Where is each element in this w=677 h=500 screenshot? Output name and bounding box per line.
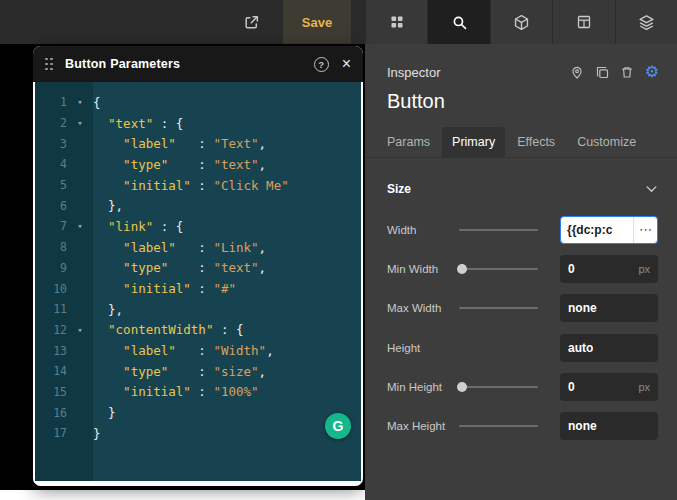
open-external-button[interactable] bbox=[233, 0, 269, 44]
property-row: Height auto bbox=[365, 328, 677, 367]
slider-track bbox=[459, 386, 538, 388]
cube-icon bbox=[513, 14, 530, 31]
code-text: "label" : "Text", bbox=[93, 136, 266, 151]
canvas-backdrop: Button Parameters ? × 1 ▾ { 2 ▾ "text" :… bbox=[0, 44, 365, 490]
editor-line: 1 ▾ { bbox=[35, 92, 361, 113]
close-icon[interactable]: × bbox=[342, 56, 351, 72]
grid-view-button[interactable] bbox=[365, 0, 427, 44]
line-number: 13 bbox=[35, 344, 67, 358]
line-number: 6 bbox=[35, 199, 67, 213]
tab-primary[interactable]: Primary bbox=[442, 127, 505, 157]
code-lines: 1 ▾ { 2 ▾ "text" : { 3 ▾ "label" : "Text… bbox=[35, 82, 361, 444]
layers-icon bbox=[638, 14, 655, 31]
components-button[interactable] bbox=[490, 0, 552, 44]
layout-button[interactable] bbox=[552, 0, 614, 44]
code-text: { bbox=[93, 95, 101, 110]
code-text: "initial" : "Click Me" bbox=[93, 178, 289, 193]
code-text: "initial" : "#" bbox=[93, 281, 236, 296]
tab-bar: ParamsPrimaryEffectsCustomize bbox=[365, 127, 677, 158]
line-number: 11 bbox=[35, 302, 67, 316]
chevron-down-icon[interactable] bbox=[646, 186, 657, 193]
open-external-icon bbox=[243, 14, 260, 31]
editor-line: 16 ▾ } bbox=[35, 402, 361, 423]
property-input[interactable]: 0 px bbox=[560, 373, 658, 401]
inspector-label: Inspector bbox=[387, 65, 440, 80]
editor-line: 11 ▾ }, bbox=[35, 299, 361, 320]
fold-arrow-icon[interactable]: ▾ bbox=[67, 118, 93, 128]
inspector-actions: ⚙ bbox=[570, 64, 659, 80]
fold-arrow-icon[interactable]: ▾ bbox=[67, 221, 93, 231]
app-window: Save bbox=[0, 0, 677, 500]
line-number: 7 bbox=[35, 219, 67, 233]
editor-line: 13 ▾ "label" : "Width", bbox=[35, 340, 361, 361]
property-label: Height bbox=[387, 342, 459, 354]
property-input[interactable]: 0 px bbox=[560, 255, 658, 283]
inspector-header: Inspector bbox=[365, 44, 677, 80]
save-button[interactable]: Save bbox=[283, 0, 351, 44]
property-value: {{dc:p:c bbox=[567, 223, 612, 237]
line-number: 14 bbox=[35, 364, 67, 378]
tab-customize[interactable]: Customize bbox=[567, 127, 646, 157]
code-text: "type" : "text", bbox=[93, 260, 266, 275]
save-button-label: Save bbox=[302, 15, 332, 30]
slider[interactable] bbox=[459, 302, 538, 314]
property-label: Max Height bbox=[387, 420, 459, 432]
tab-params[interactable]: Params bbox=[377, 127, 440, 157]
inspector-panel: Inspector bbox=[365, 44, 677, 500]
layers-button[interactable] bbox=[615, 0, 677, 44]
editor-line: 12 ▾ "contentWidth" : { bbox=[35, 320, 361, 341]
tab-effects[interactable]: Effects bbox=[507, 127, 565, 157]
line-number: 4 bbox=[35, 157, 67, 171]
property-input[interactable]: auto bbox=[560, 334, 658, 362]
editor-line: 4 ▾ "type" : "text", bbox=[35, 154, 361, 175]
slider[interactable] bbox=[459, 381, 538, 393]
slider-track bbox=[459, 229, 538, 231]
search-button[interactable] bbox=[427, 0, 489, 44]
property-input[interactable]: none bbox=[560, 412, 658, 440]
slider[interactable] bbox=[459, 420, 538, 432]
editor-line: 7 ▾ "link" : { bbox=[35, 216, 361, 237]
top-toolbar: Save bbox=[0, 0, 677, 44]
slider[interactable] bbox=[459, 224, 538, 236]
line-number: 12 bbox=[35, 323, 67, 337]
layout-columns-icon bbox=[576, 14, 592, 30]
code-text: "label" : "Link", bbox=[93, 240, 266, 255]
search-icon bbox=[451, 14, 468, 31]
slider-handle[interactable] bbox=[457, 382, 467, 392]
trash-icon[interactable] bbox=[620, 65, 634, 79]
property-row: Min Width 0 px bbox=[365, 249, 677, 288]
code-text: "text" : { bbox=[93, 116, 183, 131]
duplicate-icon[interactable] bbox=[595, 65, 609, 79]
size-section-header[interactable]: Size bbox=[387, 182, 657, 196]
gear-icon[interactable]: ⚙ bbox=[645, 64, 659, 80]
fold-arrow-icon[interactable]: ▾ bbox=[67, 325, 93, 335]
code-text: "type" : "size", bbox=[93, 364, 266, 379]
line-number: 10 bbox=[35, 282, 67, 296]
editor-line: 6 ▾ }, bbox=[35, 195, 361, 216]
code-text: "contentWidth" : { bbox=[93, 322, 244, 337]
slider-handle[interactable] bbox=[457, 264, 467, 274]
property-input[interactable]: none bbox=[560, 294, 658, 322]
help-icon[interactable]: ? bbox=[314, 57, 329, 72]
grammarly-badge[interactable]: G bbox=[325, 413, 351, 439]
property-row: Max Height none bbox=[365, 406, 677, 445]
fold-arrow-icon[interactable]: ▾ bbox=[67, 97, 93, 107]
property-label: Min Height bbox=[387, 381, 459, 393]
drag-handle-icon[interactable] bbox=[45, 58, 53, 71]
slider-track bbox=[459, 425, 538, 427]
property-label: Min Width bbox=[387, 263, 459, 275]
line-number: 17 bbox=[35, 426, 67, 440]
editor-line: 15 ▾ "initial" : "100%" bbox=[35, 382, 361, 403]
pin-icon[interactable] bbox=[570, 65, 584, 79]
slider-track bbox=[459, 268, 538, 270]
property-input[interactable]: {{dc:p:c ⋯ bbox=[560, 216, 658, 244]
code-text: }, bbox=[93, 198, 123, 213]
editor-line: 17 ▾ } bbox=[35, 423, 361, 444]
editor-line: 9 ▾ "type" : "text", bbox=[35, 258, 361, 279]
code-text: }, bbox=[93, 302, 123, 317]
ellipsis-icon[interactable]: ⋯ bbox=[633, 217, 657, 243]
editor-line: 14 ▾ "type" : "size", bbox=[35, 361, 361, 382]
code-text: } bbox=[93, 405, 116, 420]
code-editor[interactable]: 1 ▾ { 2 ▾ "text" : { 3 ▾ "label" : "Text… bbox=[33, 82, 363, 486]
slider[interactable] bbox=[459, 263, 538, 275]
